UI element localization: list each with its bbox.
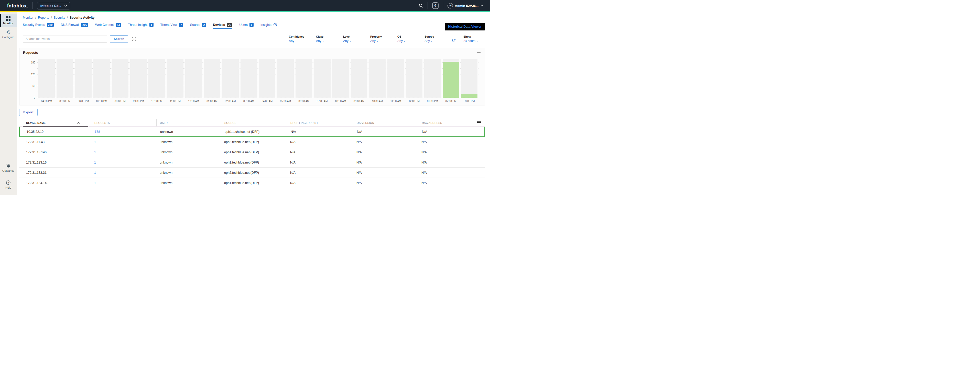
column-header-mac-address[interactable]: MAC ADDRESS <box>418 119 473 126</box>
filter-label: Source <box>425 35 452 38</box>
chart-band <box>75 59 92 98</box>
x-axis-tick-label: 12:00 PM <box>406 100 422 103</box>
column-header-source[interactable]: SOURCE <box>221 119 287 126</box>
tab-insights[interactable]: Insights? <box>261 23 277 29</box>
table-row[interactable]: 172.31.134.1401unknownoph1.techblue.net … <box>19 178 485 188</box>
filter-value-dropdown[interactable]: Any <box>316 39 343 43</box>
tab-dns-firewall[interactable]: DNS Firewall206 <box>60 23 88 29</box>
chart-bar[interactable] <box>461 94 478 98</box>
chart-band <box>259 59 275 98</box>
column-header-os-version[interactable]: OS/VERSION <box>353 119 418 126</box>
top-navigation-bar: infoblox. Infoblox Ed... 0 A5 Admin 52VJ… <box>0 0 490 11</box>
filter-value-dropdown[interactable]: Any <box>343 39 370 43</box>
notifications-count: 0 <box>434 4 436 8</box>
cell-dhcp-fingerprint: N/A <box>287 150 353 154</box>
panel-title: Requests <box>23 51 38 54</box>
tab-label: Threat View <box>161 23 177 27</box>
tab-source[interactable]: Source2 <box>190 23 206 29</box>
x-axis-tick-label: 09:00 AM <box>351 100 368 103</box>
notifications-button[interactable]: 0 <box>432 2 439 9</box>
avatar: A5 <box>447 3 453 8</box>
column-header-label: REQUESTS <box>94 121 110 124</box>
cell-dhcp-fingerprint: N/A <box>287 161 353 164</box>
sidebar-item-guidance[interactable]: Guidance <box>0 161 17 175</box>
tab-count-badge: 206 <box>81 23 88 27</box>
cell-requests: 1 <box>91 150 156 154</box>
breadcrumb-link-reports[interactable]: Reports <box>38 16 49 19</box>
x-axis-tick-label: 08:00 AM <box>332 100 349 103</box>
requests-link[interactable]: 1 <box>94 171 96 175</box>
requests-link[interactable]: 1 <box>94 161 96 164</box>
filter-value-dropdown[interactable]: Any <box>289 39 316 43</box>
svg-text:?: ? <box>8 181 9 184</box>
table-header-row: DEVICE NAMEREQUESTSUSERSOURCEDHCP FINGER… <box>19 119 485 127</box>
filter-os: OSAny <box>398 35 425 43</box>
chart-band <box>93 59 110 98</box>
x-axis-tick-label: 08:00 PM <box>112 100 129 103</box>
filter-label: Confidence <box>289 35 316 38</box>
sidebar-item-configure[interactable]: Configure <box>0 27 17 41</box>
tab-count-badge: 2 <box>202 23 206 27</box>
historical-data-viewer-button[interactable]: Historical Data Viewer <box>445 23 485 30</box>
table-row[interactable]: 172.31.133.311unknownoph2.techblue.net (… <box>19 168 485 178</box>
search-input[interactable] <box>23 35 107 43</box>
column-header-dhcp-fingerprint[interactable]: DHCP FINGERPRINT <box>287 119 353 126</box>
user-menu[interactable]: A5 Admin 52VJ6... <box>447 3 484 8</box>
x-axis-tick-label: 02:00 AM <box>222 100 239 103</box>
filter-value-dropdown[interactable]: Any <box>425 39 452 43</box>
search-icon <box>418 3 423 8</box>
chart-band <box>57 59 73 98</box>
table-row[interactable]: 172.31.13.1461unknownoph1.techblue.net (… <box>19 147 485 158</box>
show-value-dropdown[interactable]: 24 hours <box>463 39 485 43</box>
help-circle-icon: ? <box>273 23 277 27</box>
svg-text:i: i <box>134 38 134 40</box>
cell-mac-address: N/A <box>418 181 473 185</box>
chart-bar[interactable] <box>443 62 459 98</box>
tab-users[interactable]: Users1 <box>239 23 254 29</box>
export-button[interactable]: Export <box>19 109 38 116</box>
requests-link[interactable]: 1 <box>94 181 96 185</box>
filter-value-dropdown[interactable]: Any <box>398 39 425 43</box>
filter-value-dropdown[interactable]: Any <box>370 39 398 43</box>
breadcrumb-link-security[interactable]: Security <box>54 16 65 19</box>
filter-property: PropertyAny <box>370 35 398 43</box>
sidebar-item-help[interactable]: ? Help <box>0 178 17 191</box>
cell-mac-address: N/A <box>418 130 473 134</box>
tab-threat-view[interactable]: Threat View7 <box>161 23 183 29</box>
requests-bar-chart: 060120180 04:00 PM05:00 PM06:00 PM07:00 … <box>19 57 485 105</box>
question-circle-icon: ? <box>6 180 11 185</box>
search-button-topbar[interactable] <box>418 3 423 8</box>
column-header-requests[interactable]: REQUESTS <box>91 119 156 126</box>
tab-web-content[interactable]: Web Content83 <box>95 23 121 29</box>
table-menu-button[interactable] <box>473 119 485 126</box>
tab-threat-insight[interactable]: Threat Insight1 <box>128 23 153 29</box>
column-header-label: OS/VERSION <box>357 121 374 124</box>
chart-band <box>185 59 202 98</box>
y-axis-tick-label: 60 <box>32 85 35 88</box>
caret-down-icon <box>377 41 378 42</box>
x-axis-tick-label: 11:00 PM <box>167 100 183 103</box>
topbar-divider <box>443 2 443 9</box>
info-icon[interactable]: i <box>132 37 136 41</box>
collapse-panel-icon[interactable] <box>477 53 480 53</box>
cell-user: unknown <box>156 161 221 164</box>
column-header-device-name[interactable]: DEVICE NAME <box>19 119 91 126</box>
requests-link[interactable]: 1 <box>94 140 96 144</box>
table-row[interactable]: 172.31.11.431unknownoph2.techblue.net (D… <box>19 137 485 147</box>
column-header-user[interactable]: USER <box>156 119 221 126</box>
breadcrumb-link-monitor[interactable]: Monitor <box>23 16 33 19</box>
requests-link[interactable]: 1 <box>94 150 96 154</box>
sidebar-item-label: Monitor <box>3 22 13 25</box>
requests-link[interactable]: 178 <box>95 130 100 134</box>
x-axis-tick-label: 01:00 AM <box>204 100 220 103</box>
refresh-icon[interactable] <box>452 38 456 42</box>
tab-security-events[interactable]: Security Events289 <box>23 23 54 29</box>
edition-selector-button[interactable]: Infoblox Ed... <box>37 2 71 10</box>
search-button[interactable]: Search <box>110 35 128 43</box>
tab-devices[interactable]: Devices29 <box>213 23 232 29</box>
table-row[interactable]: 172.31.133.161unknownoph1.techblue.net (… <box>19 158 485 168</box>
table-row[interactable]: 10.35.22.10178unknownoph1.techblue.net (… <box>19 127 485 137</box>
sidebar-item-monitor[interactable]: Monitor <box>0 14 17 27</box>
caret-down-icon <box>476 41 478 42</box>
chart-band <box>240 59 257 98</box>
